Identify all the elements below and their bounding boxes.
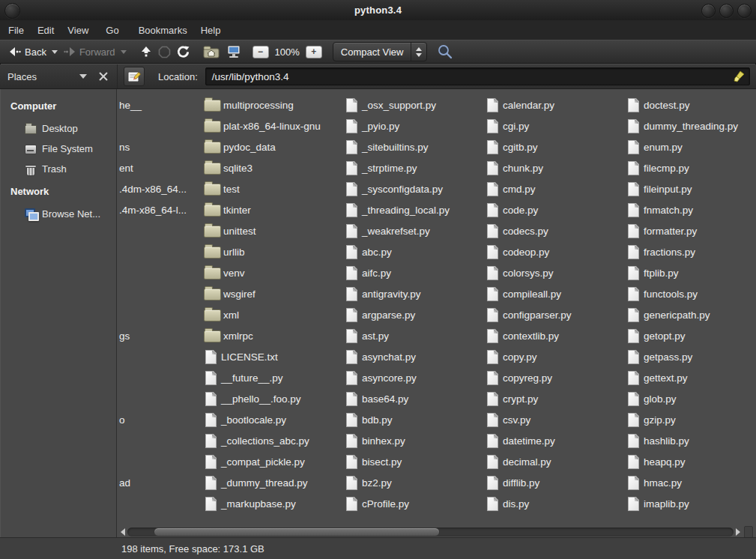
file-item[interactable]: test: [204, 178, 345, 199]
file-item-clipped[interactable]: he__: [118, 94, 204, 115]
file-item[interactable]: binhex.py: [345, 430, 486, 451]
file-item[interactable]: codeop.py: [486, 241, 626, 262]
file-item[interactable]: cgi.py: [486, 115, 626, 136]
file-item-clipped[interactable]: o: [118, 409, 204, 430]
file-item[interactable]: asyncore.py: [345, 367, 486, 388]
forward-history-caret[interactable]: [121, 50, 127, 54]
file-item-clipped[interactable]: [118, 493, 204, 514]
file-item[interactable]: copy.py: [486, 346, 626, 367]
file-item[interactable]: ftplib.py: [626, 262, 756, 283]
file-item[interactable]: urllib: [204, 241, 345, 262]
file-item-clipped[interactable]: [118, 220, 204, 241]
up-button[interactable]: [137, 43, 155, 60]
stop-button[interactable]: [155, 43, 174, 61]
file-item[interactable]: argparse.py: [345, 304, 486, 325]
clear-brush-icon[interactable]: [733, 70, 746, 82]
file-item[interactable]: dis.py: [486, 493, 626, 514]
scroll-right-arrow[interactable]: [736, 528, 740, 536]
maximize-button[interactable]: [719, 4, 734, 18]
file-item[interactable]: _pyio.py: [345, 115, 486, 136]
file-item[interactable]: xmlrpc: [204, 325, 345, 346]
file-item[interactable]: cProfile.py: [345, 493, 486, 514]
file-item[interactable]: chunk.py: [486, 157, 626, 178]
menu-item[interactable]: Bookmarks: [132, 22, 194, 39]
file-item[interactable]: crypt.py: [486, 388, 626, 409]
back-button[interactable]: Back: [6, 44, 61, 60]
file-item[interactable]: _collections_abc.py: [204, 430, 345, 451]
window-menu-button[interactable]: [4, 3, 20, 19]
file-item[interactable]: decimal.py: [486, 451, 626, 472]
file-item[interactable]: hashlib.py: [626, 430, 756, 451]
file-item[interactable]: unittest: [204, 220, 345, 241]
file-item[interactable]: copyreg.py: [486, 367, 626, 388]
file-item[interactable]: bz2.py: [345, 472, 486, 493]
file-item[interactable]: bdb.py: [345, 409, 486, 430]
file-item[interactable]: _sitebuiltins.py: [345, 136, 486, 157]
file-item[interactable]: _weakrefset.py: [345, 220, 486, 241]
edit-location-button[interactable]: [124, 67, 145, 86]
scroll-left-arrow[interactable]: [121, 528, 125, 536]
file-item[interactable]: _dummy_thread.py: [204, 472, 345, 493]
file-item[interactable]: datetime.py: [486, 430, 626, 451]
file-item[interactable]: multiprocessing: [204, 94, 345, 115]
minimize-button[interactable]: [701, 4, 716, 18]
sidebar-item[interactable]: File System: [0, 139, 116, 159]
file-item-clipped[interactable]: [118, 283, 204, 304]
sidebar-item[interactable]: Trash: [0, 159, 116, 179]
file-item[interactable]: code.py: [486, 199, 626, 220]
file-item-clipped[interactable]: [118, 304, 204, 325]
file-item[interactable]: _osx_support.py: [345, 94, 486, 115]
places-dropdown-caret[interactable]: [79, 74, 87, 79]
zoom-out-button[interactable]: −: [252, 46, 269, 58]
menu-item[interactable]: Edit: [31, 22, 61, 39]
file-item[interactable]: fileinput.py: [626, 178, 756, 199]
file-item[interactable]: fnmatch.py: [626, 199, 756, 220]
file-item[interactable]: aifc.py: [345, 262, 486, 283]
file-item[interactable]: getpass.py: [626, 346, 756, 367]
scrollbar-track[interactable]: [127, 528, 734, 537]
file-item[interactable]: _markupbase.py: [204, 493, 345, 514]
file-item-clipped[interactable]: [118, 451, 204, 472]
file-item-clipped[interactable]: [118, 430, 204, 451]
file-item-clipped[interactable]: [118, 346, 204, 367]
file-item[interactable]: pydoc_data: [204, 136, 345, 157]
file-item[interactable]: _compat_pickle.py: [204, 451, 345, 472]
file-item[interactable]: genericpath.py: [626, 304, 756, 325]
sidebar-item[interactable]: Desktop: [0, 118, 116, 139]
file-item[interactable]: base64.py: [345, 388, 486, 409]
file-item[interactable]: _strptime.py: [345, 157, 486, 178]
file-item-clipped[interactable]: ns: [118, 136, 204, 157]
file-item[interactable]: _threading_local.py: [345, 199, 486, 220]
file-item[interactable]: antigravity.py: [345, 283, 486, 304]
file-item-clipped[interactable]: ent: [118, 157, 204, 178]
file-item-clipped[interactable]: [118, 367, 204, 388]
file-item[interactable]: glob.py: [626, 388, 756, 409]
file-item[interactable]: _sysconfigdata.py: [345, 178, 486, 199]
file-item-clipped[interactable]: gs: [118, 325, 204, 346]
file-item[interactable]: asynchat.py: [345, 346, 486, 367]
file-item[interactable]: tkinter: [204, 199, 345, 220]
file-item[interactable]: gettext.py: [626, 367, 756, 388]
menu-item[interactable]: File: [1, 22, 31, 39]
file-item[interactable]: formatter.py: [626, 220, 756, 241]
file-item[interactable]: _bootlocale.py: [204, 409, 345, 430]
file-item[interactable]: dummy_threading.py: [626, 115, 756, 136]
file-item[interactable]: plat-x86_64-linux-gnu: [204, 115, 345, 136]
file-item[interactable]: ast.py: [345, 325, 486, 346]
file-item[interactable]: filecmp.py: [626, 157, 756, 178]
file-item-clipped[interactable]: [118, 115, 204, 136]
places-close-icon[interactable]: [99, 72, 108, 81]
file-item[interactable]: compileall.py: [486, 283, 626, 304]
file-item[interactable]: abc.py: [345, 241, 486, 262]
file-item[interactable]: bisect.py: [345, 451, 486, 472]
file-item[interactable]: colorsys.py: [486, 262, 626, 283]
file-item-clipped[interactable]: [118, 262, 204, 283]
file-item[interactable]: codecs.py: [486, 220, 626, 241]
zoom-in-button[interactable]: +: [306, 46, 322, 58]
menu-item[interactable]: View: [61, 22, 95, 39]
file-item-clipped[interactable]: .4dm-x86_64...: [118, 178, 204, 199]
file-item[interactable]: enum.py: [626, 136, 756, 157]
file-item[interactable]: xml: [204, 304, 345, 325]
file-item-clipped[interactable]: ad: [118, 472, 204, 493]
file-item[interactable]: csv.py: [486, 409, 626, 430]
